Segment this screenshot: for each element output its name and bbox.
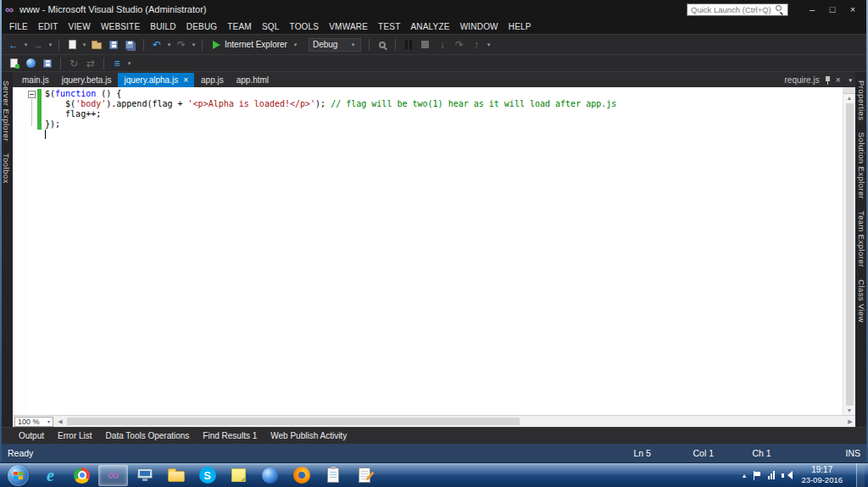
- close-button[interactable]: ×: [843, 1, 863, 18]
- navigate-forward-icon[interactable]: →: [31, 37, 46, 53]
- dock-tab-properties[interactable]: Properties: [857, 80, 866, 120]
- step-into-icon[interactable]: ↓: [435, 37, 450, 53]
- dock-tab-server-explorer[interactable]: Server Explorer: [2, 80, 11, 141]
- quick-launch-input[interactable]: Quick Launch (Ctrl+Q): [687, 3, 788, 16]
- menu-item-sql[interactable]: SQL: [257, 22, 285, 31]
- tab-main-js[interactable]: main.js: [16, 73, 55, 87]
- taskbar-icon-system-tools[interactable]: [130, 465, 159, 486]
- solution-configurations-combobox[interactable]: Debug▾: [309, 38, 361, 52]
- code-line-1[interactable]: $(function () {: [45, 89, 841, 99]
- refresh-icon[interactable]: ↻: [66, 56, 81, 71]
- taskbar-icon-firefox[interactable]: [287, 465, 316, 486]
- redo-dropdown-icon[interactable]: ▾: [190, 42, 198, 48]
- navigate-forward-dropdown-icon[interactable]: ▾: [47, 42, 54, 48]
- menu-item-team[interactable]: TEAM: [222, 22, 257, 31]
- undo-icon[interactable]: ↶: [149, 37, 164, 53]
- menu-item-tools[interactable]: TOOLS: [285, 22, 325, 31]
- bottom-tab-error-list[interactable]: Error List: [58, 431, 92, 440]
- tab-app-html[interactable]: app.html: [231, 73, 275, 87]
- tab-app-js[interactable]: app.js: [195, 73, 230, 87]
- code-line-3[interactable]: flag++;: [45, 109, 841, 119]
- bottom-tab-find-results-1[interactable]: Find Results 1: [203, 431, 257, 440]
- taskbar-icon-text-editor[interactable]: [349, 465, 379, 486]
- taskbar-icon-windows-explorer[interactable]: [161, 465, 191, 486]
- hidden-icons-expander[interactable]: ▲: [741, 473, 747, 479]
- save-web-icon[interactable]: [40, 56, 55, 71]
- preview-close-icon[interactable]: ×: [836, 75, 841, 85]
- menu-item-test[interactable]: TEST: [373, 22, 405, 31]
- code-line-2[interactable]: $('body').append(flag + '<p>Alpha is loa…: [45, 99, 841, 109]
- save-all-icon[interactable]: [123, 37, 138, 53]
- horizontal-scroll-thumb[interactable]: [67, 418, 520, 425]
- volume-icon[interactable]: [782, 471, 792, 480]
- toolbar2-overflow-icon[interactable]: ▾: [125, 60, 133, 67]
- task-list-icon[interactable]: ≡: [109, 56, 125, 71]
- taskbar-icon-internet-explorer[interactable]: [36, 465, 65, 486]
- taskbar-icon-skype[interactable]: [192, 465, 222, 486]
- code-line-4[interactable]: });: [45, 119, 841, 130]
- code-line-5[interactable]: [45, 130, 841, 140]
- horizontal-scrollbar[interactable]: [65, 416, 845, 427]
- save-icon[interactable]: [106, 37, 121, 53]
- taskbar-icon-sticky-notes[interactable]: [224, 465, 253, 486]
- maximize-button[interactable]: □: [822, 1, 843, 18]
- menu-item-file[interactable]: FILE: [4, 22, 33, 31]
- new-file-icon[interactable]: [64, 37, 80, 53]
- dock-tab-solution-explorer[interactable]: Solution Explorer: [857, 132, 866, 199]
- breakpoint-margin[interactable]: [13, 87, 26, 415]
- scroll-right-icon[interactable]: ▶: [845, 416, 855, 427]
- menu-item-view[interactable]: VIEW: [64, 22, 96, 31]
- start-button[interactable]: [8, 465, 29, 486]
- toolbar-overflow-icon[interactable]: ▾: [485, 42, 492, 48]
- show-desktop-button[interactable]: [856, 463, 865, 487]
- step-out-icon[interactable]: ↑: [469, 37, 484, 53]
- tab-list-chevron-icon[interactable]: ▾: [849, 77, 852, 84]
- taskbar-icon-notes-app[interactable]: [318, 465, 348, 486]
- menu-item-edit[interactable]: EDIT: [33, 22, 64, 31]
- scroll-up-icon[interactable]: ▲: [843, 94, 855, 102]
- network-icon[interactable]: [768, 471, 775, 479]
- scroll-left-icon[interactable]: ◀: [55, 416, 65, 427]
- vertical-scroll-thumb[interactable]: [846, 103, 854, 406]
- dock-tab-toolbox[interactable]: Toolbox: [2, 153, 11, 184]
- sync-icon[interactable]: ⇄: [83, 56, 98, 71]
- menu-item-build[interactable]: BUILD: [145, 22, 181, 31]
- tab-jquery-beta-js[interactable]: jquery.beta.js: [56, 73, 118, 87]
- action-center-icon[interactable]: [754, 471, 761, 480]
- open-web-site-icon[interactable]: [23, 56, 38, 71]
- tab-jquery-alpha-js[interactable]: jquery.alpha.js×: [118, 73, 194, 87]
- splitter-grip[interactable]: [843, 87, 856, 94]
- menu-item-analyze[interactable]: ANALYZE: [405, 22, 454, 31]
- vertical-scrollbar[interactable]: ▲ ▼: [843, 87, 855, 415]
- minimize-button[interactable]: –: [802, 1, 822, 18]
- bottom-tab-web-publish-activity[interactable]: Web Publish Activity: [270, 431, 347, 440]
- menu-item-vmware[interactable]: VMWARE: [324, 22, 373, 31]
- taskbar-icon-blue-globe-app[interactable]: [255, 465, 285, 486]
- bottom-tab-output[interactable]: Output: [19, 431, 44, 440]
- taskbar-clock[interactable]: 19:17 23-09-2016: [801, 465, 843, 485]
- taskbar-icon-visual-studio[interactable]: [98, 465, 128, 486]
- undo-dropdown-icon[interactable]: ▾: [165, 42, 173, 48]
- navigate-back-dropdown-icon[interactable]: ▾: [22, 42, 30, 48]
- break-all-icon[interactable]: [401, 37, 416, 53]
- redo-icon[interactable]: ↷: [174, 37, 189, 53]
- bottom-tab-data-tools-operations[interactable]: Data Tools Operations: [106, 431, 190, 440]
- code-area[interactable]: $(function () { $('body').append(flag + …: [45, 89, 841, 415]
- pin-icon[interactable]: [825, 75, 831, 85]
- step-over-icon[interactable]: ↷: [452, 37, 467, 53]
- menu-item-help[interactable]: HELP: [504, 22, 537, 31]
- collapse-region-icon[interactable]: [28, 91, 36, 98]
- start-debug-button[interactable]: Internet Explorer▾: [209, 37, 303, 53]
- scroll-down-icon[interactable]: ▼: [843, 407, 855, 415]
- navigate-back-icon[interactable]: ←: [6, 37, 21, 53]
- open-file-icon[interactable]: [89, 37, 104, 53]
- dock-tab-class-view[interactable]: Class View: [857, 279, 866, 323]
- menu-item-debug[interactable]: DEBUG: [181, 22, 223, 31]
- zoom-selector[interactable]: 100 % ▾: [14, 417, 53, 427]
- menu-item-window[interactable]: WINDOW: [455, 22, 504, 31]
- find-in-files-icon[interactable]: [375, 37, 390, 53]
- tab-close-icon[interactable]: ×: [183, 76, 188, 85]
- taskbar-icon-google-chrome[interactable]: [67, 465, 97, 486]
- add-new-item-icon[interactable]: [6, 56, 21, 71]
- dock-tab-team-explorer[interactable]: Team Explorer: [857, 211, 866, 267]
